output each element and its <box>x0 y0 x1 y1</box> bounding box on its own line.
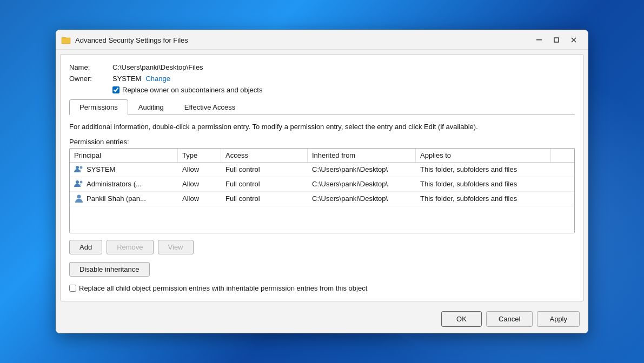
dialog-footer: OK Cancel Apply <box>56 306 588 333</box>
admin-icon <box>74 179 84 189</box>
col-inherited: Inherited from <box>308 149 416 162</box>
cell-extra-1 <box>551 177 575 191</box>
cell-applies-2: This folder, subfolders and files <box>416 192 551 206</box>
replace-owner-checkbox[interactable] <box>112 86 119 93</box>
cell-access-0: Full control <box>221 163 308 177</box>
cell-inherited-1: C:\Users\panki\Desktop\ <box>308 177 416 191</box>
replace-child-label[interactable]: Replace all child object permission entr… <box>79 284 367 292</box>
cell-applies-0: This folder, subfolders and files <box>416 163 551 177</box>
remove-button[interactable]: Remove <box>107 240 153 254</box>
table-row[interactable]: Pankil Shah (pan... Allow Full control C… <box>70 192 574 206</box>
cell-principal-2: Pankil Shah (pan... <box>70 192 178 206</box>
window-title: Advanced Security Settings for Files <box>75 36 527 44</box>
replace-owner-row: Replace owner on subcontainers and objec… <box>112 86 575 94</box>
tab-bar: Permissions Auditing Effective Access <box>69 99 575 115</box>
title-bar: Advanced Security Settings for Files <box>56 30 588 50</box>
cell-access-1: Full control <box>221 177 308 191</box>
apply-button[interactable]: Apply <box>537 311 580 327</box>
col-empty <box>551 149 575 162</box>
name-value: C:\Users\panki\Desktop\Files <box>112 63 203 71</box>
cell-principal-1: Administrators (... <box>70 177 178 191</box>
owner-value: SYSTEM <box>112 75 141 83</box>
table-header: Principal Type Access Inherited from App… <box>70 149 574 163</box>
cell-type-2: Allow <box>178 192 221 206</box>
tab-auditing[interactable]: Auditing <box>128 99 174 115</box>
cancel-button[interactable]: Cancel <box>486 311 533 327</box>
table-row[interactable]: Administrators (... Allow Full control C… <box>70 177 574 192</box>
folder-icon <box>61 35 71 45</box>
cell-type-1: Allow <box>178 177 221 191</box>
close-button[interactable] <box>566 34 582 46</box>
window-controls <box>531 34 582 46</box>
system-icon <box>74 165 84 174</box>
replace-child-checkbox[interactable] <box>69 285 76 292</box>
svg-point-10 <box>77 194 81 198</box>
main-content: Name: C:\Users\panki\Desktop\Files Owner… <box>60 54 584 301</box>
col-access: Access <box>221 149 308 162</box>
table-body: SYSTEM Allow Full control C:\Users\panki… <box>70 163 574 233</box>
owner-row: Owner: SYSTEM Change <box>69 75 575 83</box>
permission-table: Principal Type Access Inherited from App… <box>69 148 575 233</box>
svg-point-6 <box>76 166 79 169</box>
cell-extra-2 <box>551 192 575 206</box>
cell-access-2: Full control <box>221 192 308 206</box>
cell-extra-0 <box>551 163 575 177</box>
view-button[interactable]: View <box>158 240 194 254</box>
tab-effective-access[interactable]: Effective Access <box>174 99 245 115</box>
action-buttons: Add Remove View <box>69 240 575 254</box>
name-row: Name: C:\Users\panki\Desktop\Files <box>69 63 575 71</box>
permission-entries-label: Permission entries: <box>69 138 575 146</box>
dialog-window: Advanced Security Settings for Files Nam… <box>56 30 588 333</box>
svg-rect-3 <box>554 38 559 42</box>
permission-description: For additional information, double-click… <box>69 122 575 132</box>
cell-principal-0: SYSTEM <box>70 163 178 177</box>
owner-label: Owner: <box>69 75 112 83</box>
replace-owner-label[interactable]: Replace owner on subcontainers and objec… <box>122 86 262 94</box>
svg-rect-2 <box>536 39 542 41</box>
name-label: Name: <box>69 63 112 71</box>
svg-point-9 <box>80 180 83 183</box>
svg-point-8 <box>76 180 79 184</box>
cell-inherited-0: C:\Users\panki\Desktop\ <box>308 163 416 177</box>
minimize-button[interactable] <box>531 34 547 46</box>
tab-permissions[interactable]: Permissions <box>69 99 128 115</box>
user-icon <box>74 194 84 204</box>
svg-point-7 <box>80 166 83 169</box>
col-type: Type <box>178 149 221 162</box>
cell-inherited-2: C:\Users\panki\Desktop\ <box>308 192 416 206</box>
svg-rect-0 <box>62 38 70 44</box>
table-row[interactable]: SYSTEM Allow Full control C:\Users\panki… <box>70 163 574 177</box>
cell-type-0: Allow <box>178 163 221 177</box>
ok-button[interactable]: OK <box>441 311 482 327</box>
cell-applies-1: This folder, subfolders and files <box>416 177 551 191</box>
col-applies: Applies to <box>416 149 551 162</box>
change-owner-link[interactable]: Change <box>145 75 170 83</box>
maximize-button[interactable] <box>548 34 565 46</box>
replace-child-row: Replace all child object permission entr… <box>69 284 575 292</box>
col-principal: Principal <box>70 149 178 162</box>
disable-inheritance-button[interactable]: Disable inheritance <box>69 262 150 277</box>
add-button[interactable]: Add <box>69 240 102 254</box>
